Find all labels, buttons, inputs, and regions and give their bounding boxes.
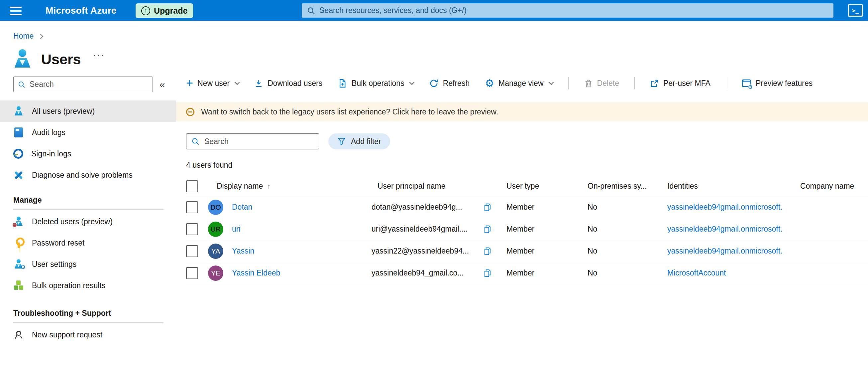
- preview-banner[interactable]: Want to switch back to the legacy users …: [176, 102, 868, 121]
- identity-link[interactable]: yassineldeeb94gmail.onmicrosoft.: [667, 247, 782, 255]
- collapse-sidebar-icon[interactable]: «: [159, 80, 165, 89]
- user-type: Member: [496, 203, 583, 212]
- user-display-name-link[interactable]: uri: [232, 225, 241, 233]
- upgrade-button[interactable]: ↑ Upgrade: [135, 3, 193, 18]
- global-search-input[interactable]: [319, 6, 829, 15]
- divider: [13, 209, 163, 209]
- on-premises-sync: No: [583, 225, 664, 233]
- download-users-label: Download users: [268, 79, 322, 88]
- user-type: Member: [496, 269, 583, 278]
- toolbar-separator: [568, 77, 568, 89]
- table-row[interactable]: YE Yassin Eldeeb yassineldeeb94_gmail.co…: [186, 262, 868, 284]
- trash-icon: [584, 79, 593, 88]
- download-users-button[interactable]: Download users: [254, 79, 322, 88]
- user-display-name-link[interactable]: Yassin Eldeeb: [232, 269, 280, 278]
- add-filter-button[interactable]: Add filter: [328, 134, 390, 149]
- row-checkbox[interactable]: [186, 223, 198, 235]
- sidebar-search-input[interactable]: [30, 80, 149, 89]
- sidebar-item-new-support-request[interactable]: New support request: [0, 324, 176, 345]
- sidebar-search-box[interactable]: [13, 77, 153, 92]
- identity-link[interactable]: MicrosoftAccount: [667, 269, 726, 277]
- plus-icon: +: [186, 79, 193, 88]
- sidebar-item-audit-logs[interactable]: Audit logs: [0, 122, 176, 143]
- banner-message: Want to switch back to the legacy users …: [201, 108, 498, 116]
- preview-features-label: Preview features: [756, 79, 812, 88]
- identity-link[interactable]: yassineldeeb94gmail.onmicrosoft.: [667, 203, 782, 211]
- select-all-checkbox[interactable]: [186, 180, 198, 192]
- copy-icon[interactable]: [483, 269, 492, 278]
- main-content: + New user Download users Bulk operation…: [176, 73, 868, 284]
- column-company-name[interactable]: Company name: [797, 182, 868, 191]
- chevron-down-icon: [235, 80, 240, 85]
- sidebar: « All users (preview) Audit logs → Sign-…: [0, 73, 176, 345]
- sidebar-item-all-users[interactable]: All users (preview): [0, 101, 176, 122]
- upgrade-arrow-icon: ↑: [141, 6, 150, 15]
- identity-link[interactable]: yassineldeeb94gmail.onmicrosoft.: [667, 225, 782, 233]
- sidebar-item-password-reset[interactable]: Password reset: [0, 232, 176, 254]
- delete-button[interactable]: Delete: [584, 79, 619, 88]
- hamburger-menu-icon[interactable]: [10, 7, 22, 18]
- support-person-icon: [13, 329, 24, 340]
- column-user-type[interactable]: User type: [496, 182, 583, 191]
- brand-microsoft-azure[interactable]: Microsoft Azure: [45, 0, 117, 21]
- global-search-bar[interactable]: [302, 3, 833, 18]
- sort-ascending-icon: ↑: [267, 182, 271, 191]
- row-checkbox[interactable]: [186, 201, 198, 213]
- user-display-name-link[interactable]: Dotan: [232, 203, 252, 212]
- refresh-button[interactable]: Refresh: [429, 79, 470, 88]
- row-checkbox[interactable]: [186, 245, 198, 257]
- on-premises-sync: No: [583, 203, 664, 212]
- results-count: 4 users found: [186, 161, 868, 170]
- sidebar-item-label: Deleted users (preview): [32, 217, 113, 226]
- copy-icon[interactable]: [483, 203, 492, 212]
- sidebar-item-label: Bulk operation results: [32, 281, 105, 290]
- column-on-premises-sync[interactable]: On-premises sy...: [583, 182, 664, 191]
- deleted-user-icon: [13, 216, 24, 227]
- copy-icon[interactable]: [483, 225, 492, 233]
- top-bar: Microsoft Azure ↑ Upgrade >_: [0, 0, 868, 21]
- avatar: UR: [208, 222, 223, 237]
- avatar: DO: [208, 200, 223, 215]
- sidebar-item-label: Diagnose and solve problems: [32, 171, 133, 180]
- minus-badge-icon: [12, 222, 17, 228]
- gear-icon: ⚙: [485, 78, 494, 88]
- per-user-mfa-button[interactable]: Per-user MFA: [650, 79, 711, 88]
- column-identities[interactable]: Identities: [664, 182, 797, 191]
- users-icon: [12, 49, 33, 69]
- user-search-box[interactable]: [186, 134, 319, 149]
- user-principal-name: uri@yassineldeeb94gmail....: [372, 225, 468, 233]
- sidebar-item-diagnose[interactable]: Diagnose and solve problems: [0, 164, 176, 186]
- user-principal-name: yassineldeeb94_gmail.co...: [372, 269, 464, 278]
- column-display-name[interactable]: Display name: [217, 182, 263, 191]
- table-row[interactable]: UR uri uri@yassineldeeb94gmail.... Membe…: [186, 218, 868, 240]
- user-display-name-link[interactable]: Yassin: [232, 247, 254, 256]
- sidebar-item-user-settings[interactable]: ⚙ User settings: [0, 254, 176, 275]
- table-row[interactable]: YA Yassin yassin22@yassineldeeb94... Mem…: [186, 240, 868, 262]
- table-header: Display name ↑ User principal name User …: [186, 176, 868, 196]
- sidebar-section-manage: Manage: [0, 186, 176, 209]
- sidebar-item-deleted-users[interactable]: Deleted users (preview): [0, 211, 176, 232]
- sidebar-item-sign-in-logs[interactable]: → Sign-in logs: [0, 143, 176, 164]
- cloud-shell-icon[interactable]: >_: [848, 4, 863, 17]
- more-options-icon[interactable]: ···: [93, 50, 105, 61]
- user-principal-name: dotan@yassineldeeb94g...: [372, 203, 462, 212]
- preview-features-button[interactable]: ⚙ Preview features: [741, 78, 812, 88]
- bulk-operations-button[interactable]: Bulk operations: [338, 79, 414, 88]
- add-filter-label: Add filter: [351, 137, 381, 146]
- table-row[interactable]: DO Dotan dotan@yassineldeeb94g... Member…: [186, 196, 868, 218]
- row-checkbox[interactable]: [186, 267, 198, 279]
- key-icon: [13, 237, 24, 248]
- on-premises-sync: No: [583, 269, 664, 278]
- new-user-button[interactable]: + New user: [186, 79, 239, 88]
- user-principal-name: yassin22@yassineldeeb94...: [372, 247, 469, 256]
- manage-view-label: Manage view: [498, 79, 544, 88]
- manage-view-button[interactable]: ⚙ Manage view: [485, 78, 553, 88]
- user-search-input[interactable]: [205, 137, 314, 146]
- toolbar-separator: [726, 77, 726, 89]
- sidebar-item-bulk-operation-results[interactable]: Bulk operation results: [0, 275, 176, 296]
- column-user-principal-name[interactable]: User principal name: [371, 182, 496, 191]
- breadcrumb-home-link[interactable]: Home: [13, 32, 34, 40]
- sign-in-arrow-icon: →: [13, 149, 23, 159]
- copy-icon[interactable]: [483, 247, 492, 256]
- download-icon: [254, 79, 263, 88]
